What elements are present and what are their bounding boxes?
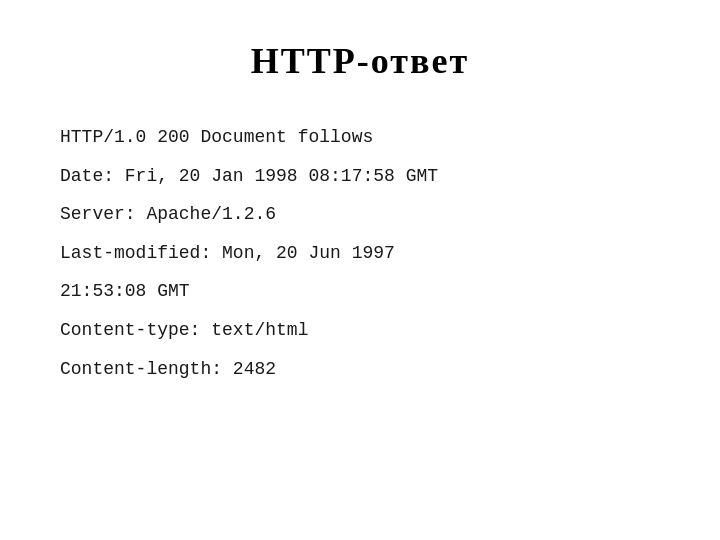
line-last-modified-1: Last-modified: Mon, 20 Jun 1997 (60, 238, 660, 269)
line-last-modified-2: 21:53:08 GMT (60, 276, 660, 307)
line-content-length: Content-length: 2482 (60, 354, 660, 385)
http-response-content: HTTP/1.0 200 Document follows Date: Fri,… (60, 122, 660, 392)
line-date: Date: Fri, 20 Jan 1998 08:17:58 GMT (60, 161, 660, 192)
page-title: HTTP-ответ (251, 40, 469, 82)
line-status: HTTP/1.0 200 Document follows (60, 122, 660, 153)
line-server: Server: Apache/1.2.6 (60, 199, 660, 230)
line-content-type: Content-type: text/html (60, 315, 660, 346)
